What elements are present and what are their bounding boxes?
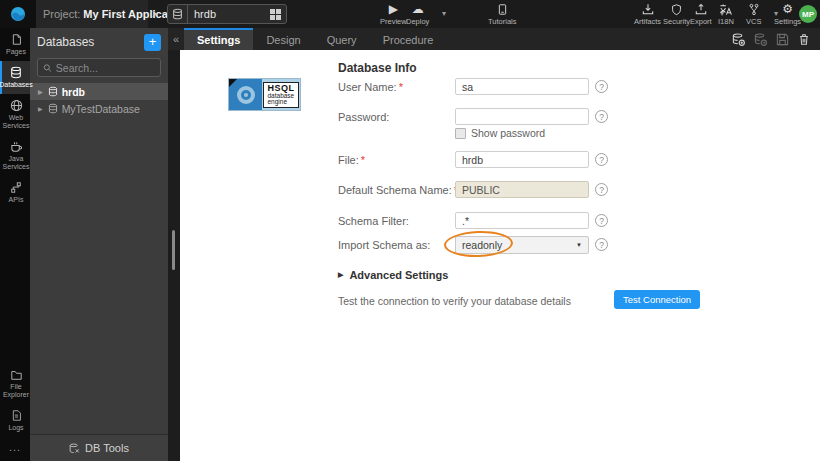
help-icon[interactable]: ? [595,214,608,227]
tree-item-mytestdatabase[interactable]: ▶ MyTestDatabase [30,100,168,117]
wavemaker-logo[interactable] [0,0,36,28]
sidebar-item-apis[interactable]: APIs [0,176,30,209]
settings-form: HSQL database engine Database Info User … [180,50,820,461]
book-icon [497,3,508,16]
connector-icon [10,181,22,194]
translate-icon [719,3,732,16]
expand-caret-icon[interactable]: ▶ [38,88,43,95]
reimport-database-icon[interactable] [732,33,745,46]
folder-icon [10,368,23,381]
search-box [37,58,161,77]
test-connection-hint: Test the connection to verify your datab… [338,295,571,307]
play-icon: ▶ [389,3,398,16]
tab-query[interactable]: Query [314,28,370,50]
file-label: File:* [338,154,365,166]
vcs-button[interactable]: VCS ▾ [746,3,761,26]
log-file-icon [11,409,22,422]
coffee-cup-icon [10,140,23,153]
scrollbar-thumb[interactable] [172,230,175,270]
help-icon[interactable]: ? [595,238,608,251]
show-password-checkbox[interactable] [455,128,466,139]
import-schema-label: Import Schema as: [338,239,430,251]
gear-icon: ⚙ [782,3,793,16]
hsql-swirl-icon [229,79,262,110]
database-icon [48,103,58,114]
breadcrumb-chevron-icon: › [152,4,157,21]
tab-settings[interactable]: Settings [184,28,253,50]
database-icon [10,66,22,79]
file-field[interactable] [455,151,589,168]
user-name-field[interactable] [455,78,589,95]
default-schema-label: Default Schema Name:* [338,184,458,196]
sidebar-item-file-explorer[interactable]: File Explorer [0,363,30,404]
panel-scrollbar [168,50,180,461]
hsql-logo: HSQL database engine [228,78,301,111]
collapse-panel-button[interactable]: « [168,28,184,50]
open-entity-tab-hrdb[interactable]: hrdb [167,4,287,24]
password-field[interactable] [455,108,589,125]
databases-panel-header: Databases + [30,28,168,56]
chevron-down-icon: ▾ [442,9,446,18]
artifacts-button[interactable]: Artifacts [634,3,661,26]
app-window: Project: My First Application › hrdb ▶ P… [0,0,820,461]
db-tools-icon [69,443,80,454]
security-button[interactable]: Security [663,3,690,26]
search-input[interactable] [56,62,155,74]
shield-icon [671,3,682,16]
grid-view-icon[interactable] [270,9,281,20]
tree-item-hrdb[interactable]: ▶ hrdb [30,83,168,100]
branch-icon [748,3,760,16]
left-navigation-rail: Pages Databases Web Services [0,28,30,461]
help-icon[interactable]: ? [595,183,608,196]
deploy-button[interactable]: ☁ Deploy ▾ [406,3,429,26]
upload-icon [695,3,707,16]
delete-icon[interactable] [798,33,810,46]
download-icon [642,3,654,16]
test-connection-button[interactable]: Test Connection [614,290,700,309]
entity-tab-label: hrdb [188,8,270,20]
db-tools-button[interactable]: DB Tools [30,434,168,461]
settings-button[interactable]: ⚙ Settings ▾ [774,3,801,26]
tab-procedure[interactable]: Procedure [370,28,447,50]
import-schema-select[interactable]: readonly ▼ [455,236,589,254]
globe-icon [10,99,23,112]
tab-actions [732,28,810,50]
sidebar-item-java-services[interactable]: Java Services [0,135,30,176]
help-icon[interactable]: ? [595,80,608,93]
tree-item-label: hrdb [62,86,85,98]
project-label: Project: [43,8,80,20]
preview-button[interactable]: ▶ Preview [380,3,407,26]
sidebar-item-web-services[interactable]: Web Services [0,94,30,135]
more-options-icon[interactable]: ... [0,437,30,459]
database-icon [48,86,58,97]
sidebar-item-pages[interactable]: Pages [0,28,30,61]
advanced-settings-toggle[interactable]: ▶ Advanced Settings [338,269,448,281]
sidebar-item-databases[interactable]: Databases [0,61,30,94]
panel-title: Databases [37,35,144,49]
show-password-label: Show password [471,127,545,139]
expand-caret-icon[interactable]: ▶ [38,105,43,112]
project-breadcrumb[interactable]: Project: My First Application [36,0,148,28]
help-icon[interactable]: ? [595,153,608,166]
add-database-button[interactable]: + [144,34,161,51]
save-icon[interactable] [776,33,789,46]
default-schema-field[interactable] [455,181,589,198]
section-title: Database Info [338,61,417,75]
update-database-icon[interactable] [754,33,767,46]
sidebar-item-logs[interactable]: Logs [0,404,30,437]
wavemaker-logo-icon [10,6,26,22]
password-label: Password: [338,111,389,123]
export-button[interactable]: Export ▾ [690,3,712,26]
dropdown-arrow-icon: ▼ [576,242,582,248]
schema-filter-field[interactable] [455,212,589,229]
tree-item-label: MyTestDatabase [62,103,140,115]
cloud-upload-icon: ☁ [412,3,424,16]
databases-panel: Databases + ▶ hrdb ▶ MyT [30,28,168,461]
help-icon[interactable]: ? [595,110,608,123]
i18n-button[interactable]: I18N [718,3,734,26]
tutorials-button[interactable]: Tutorials [488,3,516,26]
database-icon [168,5,188,23]
expand-caret-icon: ▶ [338,271,343,279]
tab-design[interactable]: Design [253,28,313,50]
user-avatar[interactable]: MP [799,5,817,23]
